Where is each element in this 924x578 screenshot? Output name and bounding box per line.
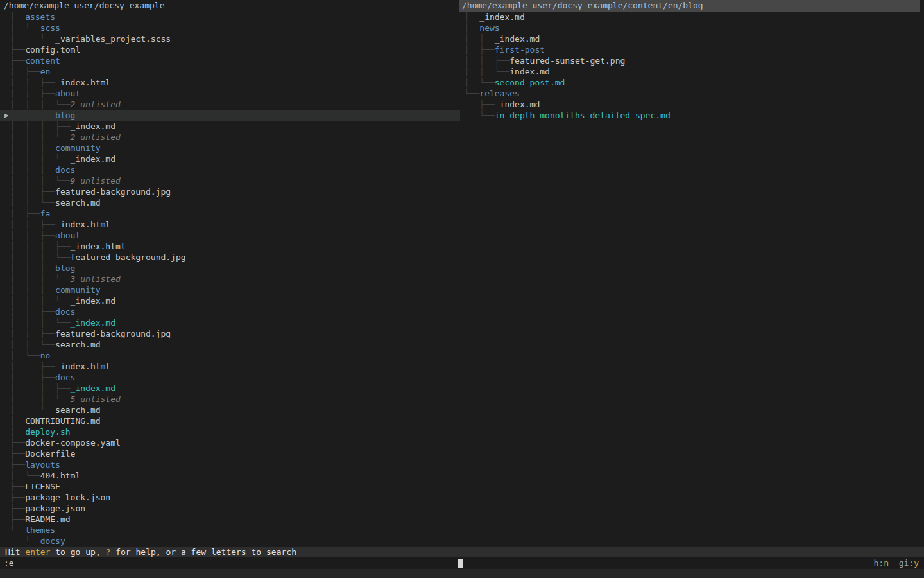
tree-row[interactable]: │ ├──docs (0, 372, 460, 383)
tree-branch-lines: │ │ └── (459, 67, 509, 76)
tree-row[interactable]: │ │ ├──docs (0, 164, 460, 175)
tree-row[interactable]: │ └──search.md (0, 405, 460, 416)
command-input-bar[interactable]: :e h:n gi:y (0, 557, 924, 569)
file-name: search.md (55, 405, 100, 415)
tree-row[interactable]: │ │ │ ├──_index.md (0, 121, 460, 132)
tree-row[interactable]: │ └──second-post.md (459, 77, 924, 88)
tree-branch-lines: │ │ │ └── (0, 318, 71, 328)
tree-row[interactable]: │ │ └──index.md (459, 66, 924, 77)
tree-row[interactable]: │ │ │ └──featured-background.jpg (0, 252, 460, 263)
tree-branch-lines: │ ├── (0, 372, 55, 382)
directory-name: docsy (40, 536, 65, 546)
tree-row[interactable]: │ │ │ └──2 unlisted (0, 132, 460, 143)
tree-row[interactable]: │ │ ├──_index.html (0, 219, 460, 230)
tree-row[interactable]: ├──CONTRIBUTING.md (0, 416, 460, 426)
tree-row[interactable]: ├──Dockerfile (0, 448, 460, 459)
tree-row[interactable]: │ │ │ └──_index.md (0, 295, 460, 306)
tree-row[interactable]: │ ├──first-post (459, 44, 924, 55)
file-name: _variables_project.scss (55, 34, 171, 44)
tree-branch-lines: ├── (0, 438, 25, 448)
tree-branch-lines: │ └── (0, 405, 55, 415)
tree-row[interactable]: │ │ ├──blog (0, 263, 460, 274)
tree-row[interactable]: ├──assets (0, 12, 460, 22)
tree-row[interactable]: │ │ ├──docs (0, 306, 460, 317)
tree-row[interactable]: └──docsy (0, 536, 460, 547)
tree-row[interactable]: ├──package-lock.json (0, 492, 460, 503)
tree-row[interactable]: │ └──_variables_project.scss (0, 33, 460, 44)
file-name: README.md (25, 514, 70, 524)
tree-branch-lines: │ ├── (0, 67, 40, 76)
tree-row[interactable]: ├──_index.md (459, 99, 924, 110)
tree-row[interactable]: ├──LICENSE (0, 481, 460, 492)
tree-row[interactable]: │ │ ├──about (0, 88, 460, 99)
directory-name: blog (55, 110, 75, 120)
tree-row[interactable]: └──themes (0, 525, 460, 536)
file-name: _index.html (55, 220, 110, 229)
tree-row[interactable]: │ └──404.html (0, 470, 460, 481)
tree-row[interactable]: ├──config.toml (0, 44, 460, 55)
tree-row[interactable]: ├──news (459, 22, 924, 33)
tree-row[interactable]: ▶ blog (0, 110, 460, 121)
tree-row[interactable]: │ │ ├──community (0, 143, 460, 153)
tree-row[interactable]: │ │ │ └──_index.md (0, 317, 460, 328)
directory-name: content (25, 56, 60, 66)
tree-branch-lines: │ │ │ └── (0, 274, 71, 284)
tree-row[interactable]: ├──_index.md (459, 12, 924, 22)
tree-row[interactable]: │ │ ├──community (0, 285, 460, 295)
tree-branch-lines: └── (0, 525, 25, 535)
tree-row[interactable]: │ ├──_index.md (459, 33, 924, 44)
tree-row[interactable]: ├──docker-compose.yaml (0, 437, 460, 448)
tree-row[interactable]: │ │ └──search.md (0, 197, 460, 208)
command-input-value[interactable]: :e (4, 557, 14, 569)
tree-row[interactable]: │ │ ├──featured-sunset-get.png (459, 55, 924, 66)
file-name: deploy.sh (25, 427, 70, 437)
tree-branch-lines: │ ├── (0, 209, 40, 218)
file-name: _index.md (495, 34, 540, 44)
tree-row[interactable]: │ ├──en (0, 66, 460, 77)
directory-name: docs (55, 372, 75, 382)
tree-row[interactable]: │ │ ├──featured-background.jpg (0, 328, 460, 339)
file-name: config.toml (25, 45, 80, 55)
tree-row[interactable]: ├──package.json (0, 503, 460, 514)
tree-row[interactable]: ├──layouts (0, 459, 460, 470)
tree-row[interactable]: │ │ │ └──3 unlisted (0, 274, 460, 285)
tree-row[interactable]: │ │ ├──_index.md (0, 383, 460, 394)
tree-row[interactable]: ├──deploy.sh (0, 426, 460, 437)
file-name: _index.md (71, 154, 116, 164)
directory-name: en (40, 67, 51, 76)
tree-branch-lines: │ │ │ └── (0, 154, 71, 164)
tree-row[interactable]: │ └──scss (0, 22, 460, 33)
tree-branch-lines: │ │ │ └── (0, 176, 71, 186)
tree-row[interactable]: │ │ └──5 unlisted (0, 394, 460, 405)
tree-row[interactable]: │ │ │ └──9 unlisted (0, 175, 460, 186)
tree-row[interactable]: └──in-depth-monoliths-detailed-spec.md (459, 110, 924, 121)
tree-branch-lines: │ │ ├── (459, 56, 509, 66)
tree-branch-lines: │ │ │ └── (0, 252, 71, 262)
tree-branch-lines: ├── (0, 514, 25, 524)
tree-row[interactable]: │ │ └──search.md (0, 339, 460, 350)
tree-row[interactable]: │ │ ├──featured-background.jpg (0, 186, 460, 197)
tree-branch-lines: │ │ └── (0, 198, 55, 207)
tree-row[interactable]: │ │ ├──about (0, 230, 460, 241)
tree-row[interactable]: │ ├──_index.html (0, 361, 460, 372)
tree-branch-lines: ├── (0, 56, 25, 66)
tree-row[interactable]: │ │ │ └──2 unlisted (0, 99, 460, 110)
file-name: docker-compose.yaml (25, 438, 121, 448)
tree-branch-lines: │ │ ├── (0, 143, 55, 153)
unlisted-count: 2 unlisted (71, 100, 121, 109)
file-name: CONTRIBUTING.md (25, 416, 100, 426)
tree-row[interactable]: │ └──no (0, 350, 460, 361)
file-name: in-depth-monoliths-detailed-spec.md (495, 110, 671, 120)
tree-row[interactable]: │ │ │ ├──_index.html (0, 241, 460, 252)
file-name: index.md (509, 67, 550, 76)
tree-branch-lines: │ │ ├── (0, 231, 55, 240)
tree-row[interactable]: │ │ ├──_index.html (0, 77, 460, 88)
tree-row[interactable]: │ │ │ └──_index.md (0, 153, 460, 164)
tree-row[interactable]: ├──README.md (0, 514, 460, 525)
unlisted-count: 9 unlisted (71, 176, 121, 186)
directory-name: fa (40, 209, 51, 218)
file-name: _index.md (71, 296, 116, 306)
tree-row[interactable]: └──releases (459, 88, 924, 99)
tree-row[interactable]: │ ├──fa (0, 208, 460, 219)
tree-row[interactable]: ├──content (0, 55, 460, 66)
